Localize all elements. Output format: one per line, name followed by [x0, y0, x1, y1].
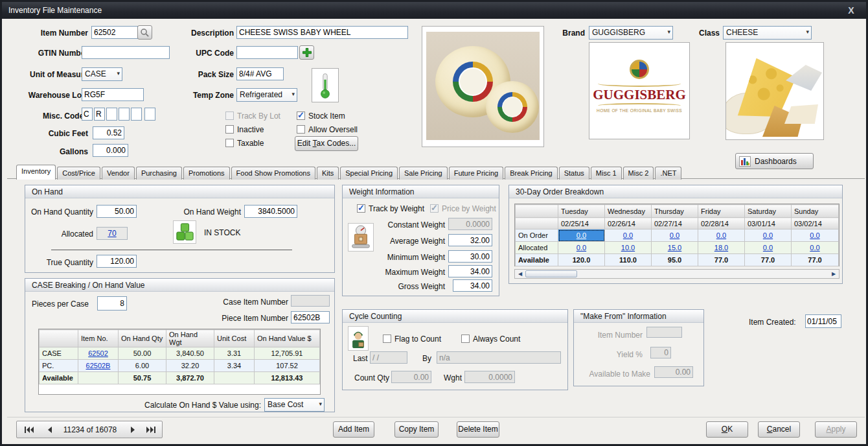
tab-misc-1[interactable]: Misc 1	[591, 167, 622, 180]
case-item-number-field[interactable]	[291, 295, 330, 307]
horizontal-scrollbar[interactable]: ◀ ▶	[514, 269, 839, 279]
uom-select[interactable]: CASE▾	[82, 67, 122, 81]
make-from-group: "Make From" Information Item Number Yiel…	[573, 309, 704, 386]
tab-cost-price[interactable]: Cost/Price	[57, 167, 100, 180]
count-by-label: By	[422, 354, 431, 363]
price-by-weight-checkbox[interactable]	[430, 204, 439, 213]
tab-vendor[interactable]: Vendor	[102, 167, 135, 180]
allocated-value[interactable]: 70	[97, 227, 128, 240]
add-item-button[interactable]: Add Item	[333, 421, 374, 438]
pack-size-field[interactable]	[236, 67, 284, 80]
scroll-right-icon[interactable]: ▶	[829, 270, 838, 277]
track-by-lot-checkbox[interactable]	[225, 112, 234, 120]
track-by-weight-checkbox[interactable]	[357, 204, 365, 213]
temp-zone-image	[312, 68, 339, 102]
class-select[interactable]: CHEESE▾	[723, 26, 812, 40]
temp-zone-select[interactable]: Refrigerated▾	[236, 88, 297, 102]
last-record-icon[interactable]	[143, 424, 159, 436]
track-by-weight-label: Track by Weight	[369, 204, 424, 213]
count-by-field[interactable]	[437, 351, 561, 364]
tab-status[interactable]: Status	[559, 167, 589, 180]
true-qty-field[interactable]	[97, 255, 137, 268]
inactive-checkbox[interactable]	[225, 125, 234, 134]
tab-net[interactable]: .NET	[655, 167, 681, 180]
gtin-label: GTIN Number	[15, 49, 88, 58]
tab-kits[interactable]: Kits	[317, 167, 339, 180]
first-record-icon[interactable]	[21, 424, 38, 436]
minimum-weight-field[interactable]	[448, 250, 492, 263]
next-record-icon[interactable]	[124, 424, 141, 436]
scroll-left-icon[interactable]: ◀	[516, 270, 525, 277]
tab-food-show-promotions[interactable]: Food Show Promotions	[231, 167, 315, 180]
make-from-item-label: Item Number	[578, 331, 643, 340]
brand-select[interactable]: GUGGISBERG▾	[589, 26, 673, 40]
on-hand-weight-field[interactable]	[244, 205, 297, 218]
misc-code-1[interactable]	[82, 108, 93, 121]
cubic-feet-field[interactable]	[93, 126, 124, 139]
always-count-checkbox[interactable]	[461, 334, 470, 343]
misc-code-5[interactable]	[131, 108, 142, 121]
divider	[51, 250, 292, 250]
average-weight-field[interactable]	[448, 234, 492, 246]
dashboards-button[interactable]: Dashboards	[735, 153, 814, 169]
calc-value-select[interactable]: Base Cost▾	[264, 398, 325, 412]
close-icon[interactable]: X	[844, 4, 858, 17]
cycle-counting-group: Cycle Counting Flag to Count Always Coun…	[342, 309, 568, 390]
taxable-checkbox[interactable]	[225, 139, 234, 147]
chevron-down-icon: ▾	[319, 401, 322, 407]
tab-special-pricing[interactable]: Special Pricing	[340, 167, 398, 180]
apply-button[interactable]: Apply	[815, 421, 857, 438]
delete-item-button[interactable]: Delete Item	[457, 421, 499, 438]
upc-field[interactable]	[236, 46, 298, 59]
piece-item-number-field[interactable]	[291, 311, 330, 323]
tab-purchasing[interactable]: Purchasing	[136, 167, 182, 180]
misc-code-4[interactable]	[119, 108, 130, 121]
misc-code-2[interactable]	[94, 108, 105, 121]
edit-tax-codes-button[interactable]: Edit Tax Codes...	[295, 136, 358, 151]
record-navigator: 11234 of 16078	[16, 421, 163, 438]
gtin-field[interactable]	[82, 46, 170, 59]
flag-to-count-checkbox[interactable]	[383, 334, 391, 343]
item-number-field[interactable]	[91, 26, 138, 39]
count-qty-field[interactable]	[391, 371, 431, 383]
last-count-date-field[interactable]	[370, 351, 407, 364]
item-created-field[interactable]	[805, 314, 841, 328]
misc-code-3[interactable]	[106, 108, 117, 121]
make-from-item-field[interactable]	[646, 327, 682, 338]
item-link[interactable]: 62502	[88, 349, 108, 357]
taxable-label: Taxable	[237, 139, 264, 148]
on-order-cell-selected[interactable]: 0.0	[558, 229, 605, 242]
tab-break-pricing[interactable]: Break Pricing	[505, 167, 557, 180]
wheel-label-ring	[453, 62, 493, 102]
yield-field[interactable]	[650, 347, 671, 358]
pieces-per-case-field[interactable]	[97, 296, 127, 311]
piece-item-number-label: Piece Item Number	[207, 314, 288, 323]
available-to-make-field[interactable]	[654, 366, 693, 378]
tab-promotions[interactable]: Promotions	[183, 167, 230, 180]
constant-weight-field[interactable]	[448, 218, 492, 230]
maximum-weight-field[interactable]	[448, 265, 492, 277]
gallons-field[interactable]	[93, 144, 128, 157]
case-item-number-label: Case Item Number	[207, 298, 288, 307]
cancel-button[interactable]: Cancel	[758, 421, 800, 438]
item-link[interactable]: 62502B	[86, 362, 111, 370]
stock-item-checkbox[interactable]	[297, 112, 305, 120]
description-field[interactable]	[236, 26, 408, 39]
previous-record-icon[interactable]	[41, 424, 58, 436]
allow-oversell-checkbox[interactable]	[297, 125, 305, 134]
tab-inventory[interactable]: Inventory	[16, 165, 56, 180]
tab-sale-pricing[interactable]: Sale Pricing	[399, 167, 448, 180]
copy-item-button[interactable]: Copy Item	[394, 421, 439, 438]
gross-weight-field[interactable]	[453, 279, 492, 292]
count-wght-field[interactable]	[464, 371, 515, 383]
warehouse-field[interactable]	[82, 88, 144, 101]
item-search-button[interactable]	[137, 25, 152, 40]
inactive-label: Inactive	[237, 125, 264, 134]
tab-future-pricing[interactable]: Future Pricing	[449, 167, 503, 180]
misc-code-6[interactable]	[144, 108, 155, 121]
tab-misc-2[interactable]: Misc 2	[623, 167, 654, 180]
upc-add-button[interactable]	[299, 45, 314, 60]
scrollbar-thumb[interactable]	[525, 270, 577, 277]
ok-button[interactable]: OK	[706, 421, 748, 438]
on-hand-qty-field[interactable]	[97, 205, 137, 218]
